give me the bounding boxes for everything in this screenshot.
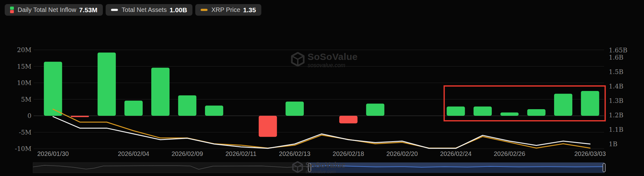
y-axis-tick-right: 1.65B bbox=[609, 46, 627, 54]
x-axis-tick: 2026/02/26 bbox=[494, 150, 525, 157]
y-axis-tick-left: 0 bbox=[27, 112, 31, 120]
x-axis-tick: 2026/02/20 bbox=[386, 150, 418, 157]
x-axis-tick: 2026/02/13 bbox=[279, 150, 310, 157]
x-axis-tick: 2026/02/09 bbox=[171, 150, 203, 157]
x-axis-tick: 2026/02/04 bbox=[118, 150, 149, 157]
price-dash-icon bbox=[201, 9, 208, 11]
inflow-bar-positive[interactable] bbox=[366, 104, 384, 116]
inflow-bar-positive[interactable] bbox=[125, 101, 143, 116]
y-axis-tick-left: 10M bbox=[17, 79, 31, 87]
y-axis-tick-left: -5M bbox=[19, 129, 31, 136]
inflow-bar-positive[interactable] bbox=[205, 105, 223, 116]
legend-item-daily-net-inflow[interactable]: Daily Total Net Inflow 7.53M bbox=[5, 4, 103, 16]
x-axis-tick: 2026/03/03 bbox=[574, 150, 606, 157]
x-axis-tick: 2026/02/18 bbox=[333, 150, 364, 157]
inflow-bar-negative[interactable] bbox=[71, 116, 89, 117]
xrp-etf-flow-chart-page: Daily Total Net Inflow 7.53M Total Net A… bbox=[0, 0, 644, 176]
y-axis-tick-left: -10M bbox=[15, 145, 31, 152]
legend-value: 1.35 bbox=[243, 6, 256, 14]
y-axis-tick-left: 5M bbox=[21, 96, 31, 103]
y-axis-tick-right: 1.6B bbox=[609, 54, 624, 61]
x-axis-tick: 2026/02/24 bbox=[440, 150, 471, 157]
y-axis-tick-right: 1.2B bbox=[609, 111, 624, 119]
y-axis-tick-left: 15M bbox=[17, 63, 31, 70]
inflow-bar-positive[interactable] bbox=[151, 68, 169, 116]
y-axis-tick-right: 1B bbox=[609, 140, 617, 148]
x-axis-tick: 2026/01/30 bbox=[37, 150, 69, 157]
y-axis-tick-right: 1.3B bbox=[609, 97, 624, 104]
inflow-bar-positive[interactable] bbox=[44, 62, 62, 116]
inflow-bars-icon bbox=[10, 7, 14, 13]
chart-canvas: 20M15M10M5M0-5M-10M1.65B1.6B1.5B1.4B1.3B… bbox=[0, 0, 644, 176]
y-axis-tick-right: 1.4B bbox=[609, 83, 624, 90]
inflow-bar-positive[interactable] bbox=[581, 91, 599, 116]
inflow-bar-positive[interactable] bbox=[178, 95, 197, 116]
legend-item-total-net-assets[interactable]: Total Net Assets 1.00B bbox=[106, 4, 192, 16]
chart-legend: Daily Total Net Inflow 7.53M Total Net A… bbox=[5, 4, 261, 16]
legend-label: Daily Total Net Inflow bbox=[18, 6, 76, 13]
navigator-handle-right[interactable] bbox=[603, 163, 605, 172]
inflow-bar-positive[interactable] bbox=[554, 94, 572, 116]
legend-value: 7.53M bbox=[79, 6, 97, 14]
legend-label: Total Net Assets bbox=[122, 6, 167, 13]
inflow-bar-positive[interactable] bbox=[500, 113, 519, 116]
inflow-bar-positive[interactable] bbox=[527, 109, 546, 116]
legend-label: XRP Price bbox=[211, 6, 240, 13]
legend-item-xrp-price[interactable]: XRP Price 1.35 bbox=[195, 4, 261, 16]
y-axis-tick-right: 1.1B bbox=[609, 126, 624, 133]
inflow-bar-positive[interactable] bbox=[447, 107, 465, 116]
y-axis-tick-right: 1.5B bbox=[609, 68, 624, 76]
assets-dash-icon bbox=[111, 9, 118, 11]
navigator-handle-left[interactable] bbox=[308, 163, 311, 172]
inflow-bar-negative[interactable] bbox=[339, 116, 358, 123]
legend-value: 1.00B bbox=[169, 6, 187, 14]
inflow-bar-negative[interactable] bbox=[259, 116, 277, 137]
inflow-bar-positive[interactable] bbox=[97, 52, 116, 116]
x-axis-tick: 2026/02/11 bbox=[225, 150, 257, 157]
inflow-bar-positive[interactable] bbox=[286, 102, 304, 116]
inflow-bar-positive[interactable] bbox=[474, 107, 492, 116]
y-axis-tick-left: 20M bbox=[17, 46, 31, 54]
